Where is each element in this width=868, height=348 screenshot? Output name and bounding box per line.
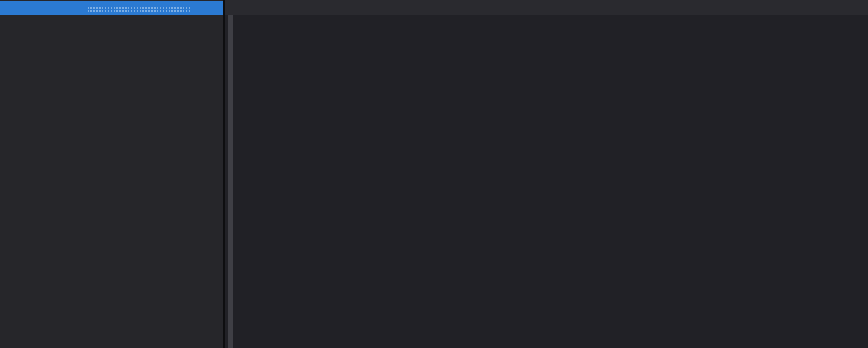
dnspy-window	[0, 0, 868, 348]
assembly-explorer-panel	[0, 0, 223, 348]
assembly-explorer-titlebar	[0, 1, 223, 15]
code-editor	[225, 0, 868, 348]
code-area	[225, 15, 868, 348]
document-tabstrip	[225, 0, 868, 15]
panel-dropdown-button[interactable]	[197, 1, 208, 15]
assembly-tree	[0, 15, 223, 348]
panel-close-button[interactable]	[209, 1, 221, 15]
titlebar-grip-texture	[87, 7, 191, 12]
panel-title	[0, 3, 4, 13]
